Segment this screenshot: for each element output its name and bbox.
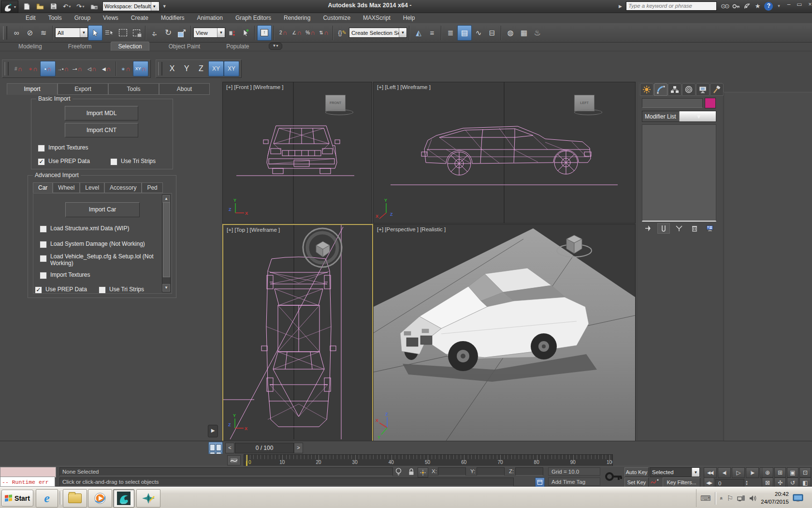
previous-frame-button[interactable]: ◀|: [718, 467, 731, 478]
toolbar-grip[interactable]: [4, 62, 9, 75]
render-setup-button[interactable]: ◍: [504, 26, 517, 40]
zoom-region-button[interactable]: ⊠: [762, 478, 773, 488]
toolbar-flyout-caret[interactable]: ▼: [162, 4, 167, 9]
help-dropdown-caret[interactable]: ▼: [777, 4, 781, 8]
modifier-stack[interactable]: [642, 124, 716, 222]
tab-modify[interactable]: [654, 83, 667, 96]
advanced-tab-ped[interactable]: Ped: [142, 182, 162, 193]
scroll-up-button[interactable]: ▲: [162, 195, 170, 203]
show-end-result-button[interactable]: [657, 223, 670, 234]
checkbox-icon[interactable]: ✓: [110, 158, 117, 165]
zoom-all-button[interactable]: ⊞: [774, 467, 786, 478]
go-to-start-button[interactable]: ◀◀|: [704, 467, 717, 478]
menu-modifiers[interactable]: Modifiers: [155, 14, 191, 22]
load-vehicle-setup-checkbox[interactable]: ✓ Load Vehicle_Setup.cfg & Setup.lol (No…: [40, 254, 156, 267]
taskbar-internet-explorer-button[interactable]: e: [36, 489, 58, 508]
rectangular-selection-region-button[interactable]: [116, 26, 130, 40]
use-pivot-point-center-button[interactable]: [225, 26, 239, 40]
scrollbar-thumb[interactable]: [163, 202, 170, 277]
selection-lock-toggle[interactable]: [408, 468, 414, 476]
menu-tools[interactable]: Tools: [42, 14, 68, 22]
application-menu-button[interactable]: ▼: [1, 0, 18, 13]
toggle-scene-explorer-button[interactable]: ▤: [457, 25, 472, 41]
left-plane-gizmo[interactable]: LEFT: [574, 95, 602, 115]
select-and-rotate-button[interactable]: ↻: [161, 26, 175, 40]
checkbox-icon[interactable]: ✓: [99, 286, 106, 294]
unlink-selection-button[interactable]: ⊘: [23, 26, 37, 40]
tray-action-center-flag-icon[interactable]: ⚐: [727, 494, 733, 503]
isolate-selection-lightbulb-icon[interactable]: [395, 468, 402, 476]
zoom-extents-button[interactable]: ▣: [787, 467, 798, 478]
keyboard-shortcut-override-toggle[interactable]: ↑: [257, 25, 272, 41]
default-in-out-tangent-button[interactable]: [651, 478, 659, 485]
menu-customize[interactable]: Customize: [317, 14, 357, 22]
tray-chevron-icon[interactable]: «: [719, 496, 725, 499]
taskbar-file-explorer-button[interactable]: [63, 489, 87, 508]
advanced-tab-car[interactable]: Car: [33, 182, 53, 193]
percent-snap-toggle-button[interactable]: %∩: [304, 26, 317, 40]
toolbar-grip[interactable]: [3, 26, 7, 40]
make-unique-button[interactable]: [673, 224, 685, 233]
time-slider-display[interactable]: 0 / 100: [235, 443, 294, 453]
next-frame-slider-button[interactable]: >: [294, 443, 303, 453]
subscription-key-icon[interactable]: [732, 3, 740, 10]
select-by-name-button[interactable]: ☰: [102, 26, 116, 40]
snap-frozen-button[interactable]: ∗∩: [118, 61, 133, 76]
menu-animation[interactable]: Animation: [191, 14, 229, 22]
new-scene-button[interactable]: [21, 1, 32, 11]
tray-volume-icon[interactable]: [749, 495, 757, 502]
advanced-tab-level[interactable]: Level: [80, 182, 104, 193]
y-coordinate-field[interactable]: [477, 467, 505, 476]
named-selection-set-arrow[interactable]: ▼: [399, 28, 406, 37]
absolute-offset-mode-toggle[interactable]: [418, 467, 428, 478]
manage-layers-button[interactable]: ≣: [444, 26, 457, 40]
import-mdl-button[interactable]: Import MDL: [65, 106, 138, 120]
pan-button[interactable]: ✣: [774, 478, 786, 488]
restore-button[interactable]: ▭: [796, 1, 803, 9]
select-and-move-button[interactable]: ↔↕: [148, 26, 161, 40]
tab-motion[interactable]: [682, 83, 696, 96]
selection-filter-arrow[interactable]: ▼: [80, 28, 87, 37]
tray-display-icon[interactable]: [793, 494, 803, 503]
window-crossing-toggle-button[interactable]: [130, 26, 143, 40]
modifier-list-dropdown[interactable]: Modifier List ▼: [642, 111, 716, 122]
redo-button[interactable]: ↷▼: [75, 1, 86, 11]
angle-snap-toggle-button[interactable]: ∠∩: [290, 26, 304, 40]
tab-hierarchy[interactable]: [668, 83, 682, 96]
maxscript-listener-pink-row[interactable]: [0, 467, 56, 478]
adv-import-textures-checkbox[interactable]: ✓ Import Textures: [40, 272, 90, 279]
tray-keyboard-icon[interactable]: ⌨: [700, 494, 711, 503]
zoom-button[interactable]: ⊕: [762, 467, 773, 478]
search-binoculars-icon[interactable]: ⊙⊙: [721, 2, 728, 10]
favorites-star-icon[interactable]: ★: [755, 2, 761, 10]
toolbar-grip[interactable]: [158, 62, 162, 75]
constrain-xy-button[interactable]: XY: [208, 61, 224, 76]
ribbon-tab-populate[interactable]: Populate: [219, 42, 256, 51]
viewport-front[interactable]: [+] [Front ] [Wireframe ] FRONT: [222, 82, 372, 224]
zoom-extents-all-button[interactable]: ⊡: [799, 467, 811, 478]
bind-to-space-warp-button[interactable]: ≋: [37, 26, 50, 40]
front-plane-gizmo[interactable]: FRONT: [325, 95, 353, 115]
edit-named-selection-sets-button[interactable]: {}✎: [335, 26, 349, 40]
key-mode-arrow[interactable]: ▼: [692, 468, 699, 477]
communicate-notification-button[interactable]: [535, 478, 545, 487]
snap-midpoint-button[interactable]: –▪∩: [70, 61, 85, 76]
menu-help[interactable]: Help: [397, 14, 421, 22]
menu-graph-editors[interactable]: Graph Editors: [229, 14, 277, 22]
configure-modifier-sets-button[interactable]: [704, 224, 715, 233]
play-button[interactable]: ▷: [732, 467, 745, 478]
select-object-button[interactable]: [88, 25, 102, 41]
previous-frame-slider-button[interactable]: <: [225, 443, 234, 453]
next-frame-button[interactable]: |▶: [746, 467, 759, 478]
checkbox-icon[interactable]: ✓: [40, 241, 47, 248]
named-selection-set-dropdown[interactable]: Create Selection Se ▼: [349, 28, 407, 38]
menu-group[interactable]: Group: [68, 14, 97, 22]
menu-edit[interactable]: Edit: [19, 14, 42, 22]
select-and-scale-button[interactable]: ↗: [175, 26, 188, 40]
advanced-scrollbar[interactable]: ▲ ▼: [162, 194, 171, 292]
undo-flyout-caret[interactable]: ▼: [68, 5, 72, 8]
checkbox-icon[interactable]: ✓: [40, 225, 47, 233]
mirror-button[interactable]: ◭: [412, 26, 425, 40]
help-icon[interactable]: ?: [764, 2, 773, 11]
snap-pivot-button[interactable]: ∗∩: [26, 61, 40, 76]
